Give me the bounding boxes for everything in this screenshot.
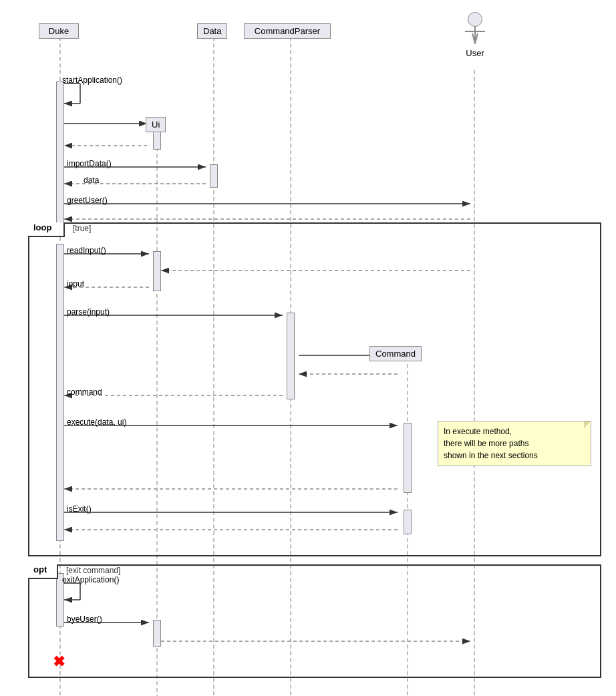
fragment-loop-label: loop — [31, 222, 54, 232]
note-fold — [584, 421, 591, 428]
lifeline-commandparser: CommandParser — [244, 23, 331, 39]
label-startapplication: startApplication() — [62, 75, 122, 85]
label-importdata: importData() — [67, 159, 112, 168]
actor-label: User — [458, 48, 492, 58]
lifeline-data: Data — [197, 23, 227, 39]
creation-ui: Ui — [146, 117, 166, 132]
actor-user: User — [458, 12, 492, 58]
fragment-loop: loop [true] — [28, 222, 601, 556]
destruction-mark: ✖ — [53, 655, 65, 669]
sequence-diagram: User Duke Data CommandParser Ui Command … — [0, 0, 616, 696]
fragment-opt-label: opt — [31, 564, 49, 574]
fragment-loop-guard: [true] — [73, 224, 91, 233]
label-data-return: data — [84, 176, 99, 185]
note-execute: In execute method,there will be more pat… — [438, 421, 591, 466]
fragment-opt-guard: [exit command] — [66, 566, 120, 575]
activation-data-1 — [210, 164, 218, 188]
activation-duke-1 — [56, 81, 64, 225]
fragment-opt: opt [exit command] — [28, 564, 601, 678]
label-greetuser: greetUser() — [67, 196, 108, 205]
actor-head — [468, 12, 482, 27]
lifeline-duke: Duke — [39, 23, 79, 39]
note-text: In execute method,there will be more pat… — [444, 427, 538, 460]
